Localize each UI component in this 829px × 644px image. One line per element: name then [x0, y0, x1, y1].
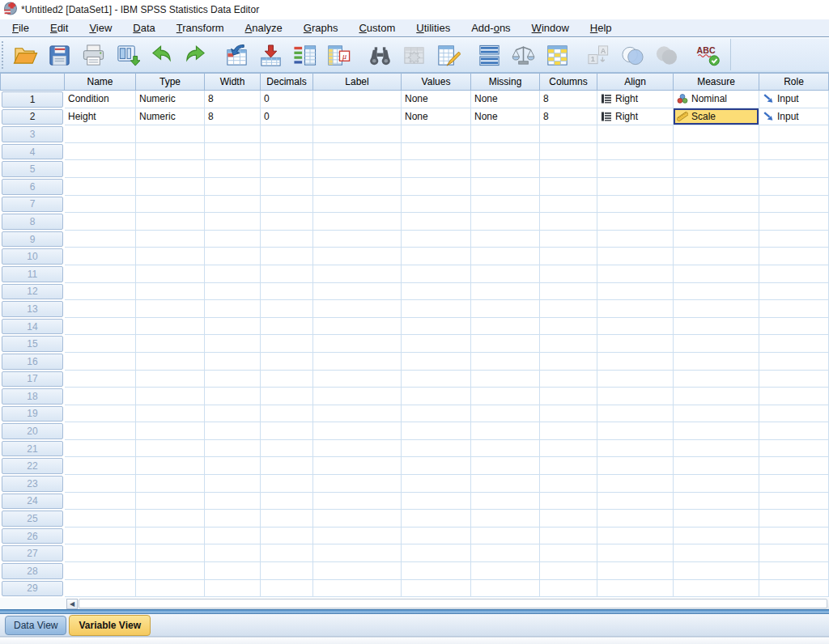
cell-empty[interactable]: [674, 580, 759, 598]
cell-empty[interactable]: [313, 440, 402, 458]
variables-icon[interactable]: [290, 40, 320, 70]
cell-empty[interactable]: [540, 493, 597, 511]
cell-empty[interactable]: [136, 283, 205, 301]
cell-empty[interactable]: [540, 143, 597, 161]
cell-empty[interactable]: [136, 196, 205, 214]
cell-empty[interactable]: [597, 405, 674, 423]
cell-empty[interactable]: [597, 510, 674, 527]
cell-empty[interactable]: [674, 231, 759, 248]
cell-empty[interactable]: [205, 493, 261, 511]
cell-empty[interactable]: [597, 440, 674, 458]
cell-empty[interactable]: [540, 405, 597, 423]
cell-empty[interactable]: [540, 440, 597, 458]
cell-empty[interactable]: [65, 580, 136, 598]
cell-empty[interactable]: [759, 388, 829, 405]
cell-empty[interactable]: [597, 125, 674, 143]
open-data-icon[interactable]: [11, 40, 40, 70]
cell-empty[interactable]: [261, 196, 313, 214]
cell-type-row1[interactable]: Numeric: [136, 91, 205, 108]
cell-empty[interactable]: [136, 527, 205, 545]
cell-empty[interactable]: [205, 562, 261, 580]
use-variable-sets-icon[interactable]: [618, 40, 648, 70]
cell-empty[interactable]: [313, 457, 402, 475]
cell-empty[interactable]: [65, 300, 136, 318]
cell-measure-row2[interactable]: Scale: [674, 108, 759, 126]
column-header-values[interactable]: Values: [402, 73, 471, 91]
row-header-3[interactable]: 3: [0, 125, 65, 143]
menu-add-ons[interactable]: Add-ons: [461, 19, 521, 36]
row-header-24[interactable]: 24: [0, 493, 65, 511]
cell-empty[interactable]: [540, 231, 597, 248]
cell-empty[interactable]: [402, 178, 471, 196]
cell-empty[interactable]: [674, 300, 759, 318]
cell-empty[interactable]: [540, 353, 597, 371]
scrollbar-left-arrow-icon[interactable]: ◀: [66, 599, 78, 609]
cell-empty[interactable]: [205, 510, 261, 527]
cell-empty[interactable]: [313, 231, 402, 248]
cell-empty[interactable]: [313, 300, 402, 318]
cell-empty[interactable]: [261, 283, 313, 301]
cell-empty[interactable]: [261, 580, 313, 598]
cell-empty[interactable]: [261, 422, 313, 440]
cell-empty[interactable]: [471, 388, 540, 405]
cell-empty[interactable]: [540, 562, 597, 580]
cell-empty[interactable]: [759, 196, 829, 214]
cell-empty[interactable]: [597, 457, 674, 475]
cell-empty[interactable]: [65, 527, 136, 545]
cell-empty[interactable]: [205, 300, 261, 318]
spell-check-icon[interactable]: ABC: [693, 40, 723, 70]
cell-empty[interactable]: [205, 527, 261, 545]
cell-empty[interactable]: [65, 544, 136, 562]
cell-empty[interactable]: [540, 335, 597, 353]
cell-empty[interactable]: [597, 493, 674, 511]
cell-empty[interactable]: [313, 318, 402, 336]
cell-empty[interactable]: [540, 265, 597, 283]
row-header-17[interactable]: 17: [0, 371, 65, 388]
cell-empty[interactable]: [136, 422, 205, 440]
cell-empty[interactable]: [65, 178, 136, 196]
cell-empty[interactable]: [674, 160, 759, 178]
find-icon[interactable]: [365, 40, 395, 70]
cell-empty[interactable]: [402, 493, 471, 511]
cell-empty[interactable]: [674, 388, 759, 405]
cell-empty[interactable]: [136, 371, 205, 388]
row-header-5[interactable]: 5: [0, 160, 65, 178]
cell-empty[interactable]: [759, 300, 829, 318]
cell-empty[interactable]: [205, 283, 261, 301]
cell-empty[interactable]: [136, 300, 205, 318]
cell-decimals-row1[interactable]: 0: [261, 91, 313, 108]
cell-empty[interactable]: [540, 457, 597, 475]
cell-empty[interactable]: [471, 405, 540, 423]
cell-empty[interactable]: [313, 527, 402, 545]
cell-empty[interactable]: [313, 335, 402, 353]
cell-name-row2[interactable]: Height: [65, 108, 136, 126]
row-header-10[interactable]: 10: [0, 248, 65, 265]
cell-align-row1[interactable]: Right: [597, 91, 674, 108]
cell-empty[interactable]: [471, 196, 540, 214]
cell-empty[interactable]: [65, 143, 136, 161]
cell-empty[interactable]: [65, 213, 136, 231]
cell-empty[interactable]: [65, 422, 136, 440]
row-header-26[interactable]: 26: [0, 527, 65, 545]
cell-empty[interactable]: [313, 562, 402, 580]
row-header-13[interactable]: 13: [0, 300, 65, 318]
column-header-decimals[interactable]: Decimals: [261, 73, 313, 91]
cell-empty[interactable]: [65, 457, 136, 475]
cell-empty[interactable]: [136, 388, 205, 405]
cell-empty[interactable]: [674, 527, 759, 545]
cell-empty[interactable]: [261, 248, 313, 265]
row-header-8[interactable]: 8: [0, 213, 65, 231]
row-header-29[interactable]: 29: [0, 580, 65, 598]
cell-empty[interactable]: [759, 580, 829, 598]
cell-empty[interactable]: [471, 544, 540, 562]
cell-empty[interactable]: [597, 265, 674, 283]
cell-empty[interactable]: [65, 231, 136, 248]
cell-empty[interactable]: [540, 178, 597, 196]
cell-empty[interactable]: [205, 178, 261, 196]
cell-empty[interactable]: [65, 283, 136, 301]
insert-variable-icon[interactable]: [433, 40, 463, 70]
goto-variable-icon[interactable]: [256, 40, 286, 70]
menu-view[interactable]: View: [79, 19, 122, 36]
cell-empty[interactable]: [597, 353, 674, 371]
cell-empty[interactable]: [402, 231, 471, 248]
